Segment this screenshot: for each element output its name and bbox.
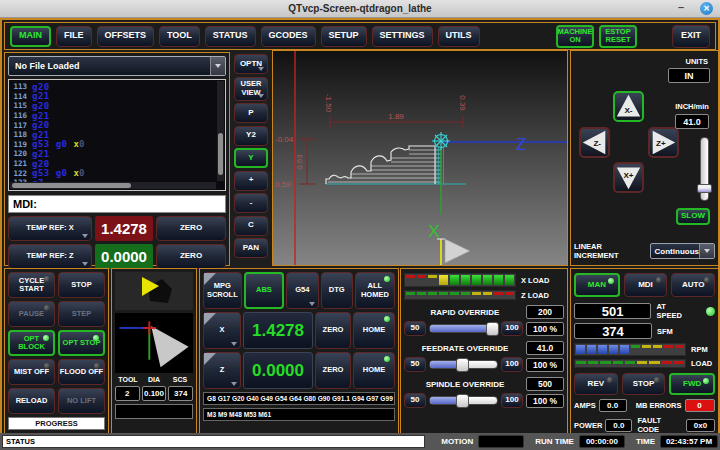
amps-label: AMPS — [574, 401, 596, 410]
tab-file[interactable]: FILE — [56, 26, 92, 47]
tab-utils[interactable]: UTILS — [438, 26, 480, 47]
step-button[interactable]: STEP — [58, 301, 105, 327]
view-pan-button[interactable]: PAN — [234, 238, 268, 258]
jog-rate-label: INCH/min — [669, 102, 715, 111]
mb-errors-value: 0 — [685, 399, 715, 412]
spindle-max-button[interactable]: 100 — [501, 393, 523, 408]
loaded-file-combo[interactable]: No File Loaded — [8, 56, 226, 76]
close-icon[interactable]: ✕ — [700, 2, 713, 15]
zero-z-button[interactable]: ZERO — [156, 244, 226, 269]
spindle-stop-button[interactable]: STOP — [622, 373, 666, 395]
feedrate-max-button[interactable]: 100 — [501, 357, 523, 372]
view-zoom-out-button[interactable]: - — [234, 193, 268, 213]
mpg-scroll-button[interactable]: MPG SCROLL — [203, 272, 242, 309]
vertical-scrollbar[interactable] — [217, 81, 224, 181]
slider-handle[interactable] — [697, 184, 712, 193]
flood-button[interactable]: FLOOD OFF — [58, 359, 105, 385]
rapid-override-slider[interactable] — [429, 324, 498, 333]
axis-x-button[interactable]: X — [203, 312, 241, 349]
tool-direction-icon — [115, 272, 193, 310]
slider-handle[interactable] — [456, 358, 469, 372]
rapid-max-button[interactable]: 100 — [501, 321, 523, 336]
temp-ref-z-button[interactable]: TEMP REF: Z — [8, 244, 92, 269]
opt-block-button[interactable]: OPT BLOCK — [8, 330, 55, 356]
all-homed-button[interactable]: ALL HOMED — [355, 272, 395, 309]
man-mode-button[interactable]: MAN — [574, 273, 620, 297]
tab-gcodes[interactable]: GCODES — [261, 26, 316, 47]
auto-mode-button[interactable]: AUTO — [671, 273, 715, 297]
tab-offsets[interactable]: OFFSETS — [97, 26, 155, 47]
jog-x-minus-button[interactable]: X- — [613, 91, 644, 122]
minimize-icon[interactable]: – — [678, 1, 684, 13]
gcode-listing[interactable]: 113g20 114g21 115g20 116g21 117g20 118g2… — [8, 79, 226, 191]
exit-button[interactable]: EXIT — [672, 25, 710, 48]
slider-handle[interactable] — [486, 322, 499, 336]
zero-x-dro-button[interactable]: ZERO — [315, 312, 351, 349]
linear-increment-combo[interactable]: Continuous — [650, 243, 715, 259]
z-load-meter — [404, 290, 516, 300]
slow-button[interactable]: SLOW — [676, 208, 710, 225]
jog-z-minus-button[interactable]: Z- — [579, 127, 610, 158]
view-y2-button[interactable]: Y2 — [234, 126, 268, 146]
spindle-fwd-button[interactable]: FWD — [669, 373, 715, 395]
mdi-input[interactable]: MDI: — [8, 195, 226, 213]
view-zoom-in-button[interactable]: + — [234, 171, 268, 191]
no-lift-button[interactable]: NO LIFT — [58, 388, 105, 414]
rapid-min-button[interactable]: 50 — [404, 321, 426, 336]
zero-x-button[interactable]: ZERO — [156, 216, 226, 241]
abs-button[interactable]: ABS — [244, 272, 285, 309]
status-bar: STATUS MOTION RUN TIME 00:00:00 TIME 02:… — [0, 433, 720, 450]
tab-tool[interactable]: TOOL — [159, 26, 200, 47]
tab-main[interactable]: MAIN — [10, 26, 51, 47]
view-clear-button[interactable]: C — [234, 216, 268, 236]
linear-increment-label: LINEAR INCREMENT — [574, 242, 646, 260]
mdi-mode-button[interactable]: MDI — [624, 273, 668, 297]
estop-reset-button[interactable]: ESTOP RESET — [599, 25, 637, 48]
dro-panel: MPG SCROLL ABS G54 DTG ALL HOMED X 1.427… — [199, 268, 399, 434]
axis-z-button[interactable]: Z — [203, 352, 241, 389]
svg-text:0.59: 0.59 — [275, 180, 291, 189]
machine-on-button[interactable]: MACHINE ON — [556, 25, 594, 48]
mist-button[interactable]: MIST OFF — [8, 359, 55, 385]
cycle-start-button[interactable]: CYCLE START — [8, 272, 55, 298]
stop-button[interactable]: STOP — [58, 272, 105, 298]
horizontal-scrollbar[interactable] — [10, 182, 216, 189]
jog-rate-slider[interactable] — [700, 137, 709, 201]
tab-setup[interactable]: SETUP — [321, 26, 367, 47]
jog-x-plus-button[interactable]: X+ — [613, 162, 644, 193]
spindle-min-button[interactable]: 50 — [404, 393, 426, 408]
gremlin-preview[interactable]: 1.89 -1.50 0.39 -0.04 0.63 0.59 — [272, 50, 568, 266]
reload-button[interactable]: RELOAD — [8, 388, 55, 414]
chevron-down-icon[interactable] — [699, 244, 714, 258]
spindle-value: 500 — [526, 377, 564, 391]
feedrate-override-slider[interactable] — [429, 360, 498, 369]
view-user-view-button[interactable]: USER VIEW — [234, 77, 268, 101]
svg-text:Z+: Z+ — [656, 139, 666, 148]
pause-button[interactable]: PAUSE — [8, 301, 55, 327]
window-title: QTvcp-Screen-qtdragon_lathe — [288, 3, 431, 14]
view-y-button[interactable]: Y — [234, 148, 268, 168]
home-z-button[interactable]: HOME — [353, 352, 395, 389]
chevron-down-icon[interactable] — [210, 57, 225, 75]
tab-status[interactable]: STATUS — [205, 26, 256, 47]
spindle-override-slider[interactable] — [429, 396, 498, 405]
dtg-button[interactable]: DTG — [321, 272, 353, 309]
spindle-load-meter — [574, 359, 686, 368]
g54-button[interactable]: G54 — [286, 272, 318, 309]
tab-settings[interactable]: SETTINGS — [372, 26, 433, 47]
spindle-rev-button[interactable]: REV — [574, 373, 618, 395]
zero-z-dro-button[interactable]: ZERO — [315, 352, 351, 389]
opt-stop-button[interactable]: OPT STOP — [58, 330, 105, 356]
svg-text:X+: X+ — [623, 171, 633, 180]
rapid-pct: 100 % — [526, 322, 564, 336]
units-value: IN — [668, 68, 710, 83]
view-optn-button[interactable]: OPTN — [234, 54, 268, 74]
active-gcodes: G8 G17 G20 G40 G49 G54 G64 G80 G90 G91.1… — [203, 392, 395, 405]
jog-z-plus-button[interactable]: Z+ — [648, 127, 679, 158]
spindle-rpm-readout: 501 — [574, 303, 651, 319]
home-x-button[interactable]: HOME — [353, 312, 395, 349]
feedrate-min-button[interactable]: 50 — [404, 357, 426, 372]
slider-handle[interactable] — [456, 394, 469, 408]
temp-ref-x-button[interactable]: TEMP REF: X — [8, 216, 92, 241]
view-p-button[interactable]: P — [234, 103, 268, 123]
